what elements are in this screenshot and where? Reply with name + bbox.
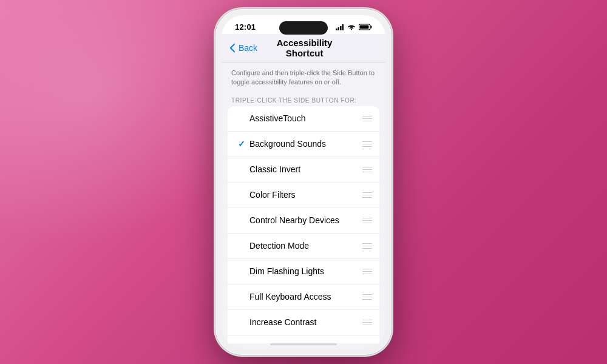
list-item[interactable]: AssistiveTouch: [228, 106, 379, 132]
drag-line: [362, 195, 372, 196]
list-item[interactable]: Increase Contrast: [228, 310, 379, 335]
drag-handle-7[interactable]: [362, 294, 372, 300]
drag-line: [362, 243, 372, 244]
drag-line: [362, 322, 372, 323]
drag-handle-0[interactable]: [362, 116, 372, 122]
svg-rect-2: [340, 26, 342, 30]
drag-line: [362, 121, 372, 122]
drag-handle-6[interactable]: [362, 269, 372, 275]
item-label-6: Dim Flashing Lights: [249, 266, 358, 276]
drag-line: [362, 325, 372, 326]
checkmark-icon: ✓: [238, 139, 245, 149]
drag-line: [362, 192, 372, 194]
drag-line: [362, 197, 372, 198]
drag-line: [362, 146, 372, 147]
svg-rect-6: [360, 25, 369, 29]
back-button[interactable]: Back: [228, 43, 257, 53]
drag-line: [362, 320, 372, 321]
drag-line: [362, 144, 372, 145]
back-chevron-icon: [228, 43, 237, 53]
nav-title: Accessibility Shortcut: [257, 38, 351, 58]
accessibility-list: AssistiveTouch✓Background SoundsClassic …: [228, 106, 379, 343]
status-time: 12:01: [235, 22, 256, 32]
drag-line: [362, 118, 372, 120]
dynamic-island: [279, 21, 328, 35]
drag-line: [362, 297, 372, 298]
drag-line: [362, 141, 372, 143]
item-label-4: Control Nearby Devices: [249, 215, 358, 225]
list-item[interactable]: Left/Right Balance: [228, 335, 379, 343]
item-label-5: Detection Mode: [249, 241, 358, 251]
item-label-8: Increase Contrast: [249, 317, 358, 327]
drag-line: [362, 169, 372, 170]
drag-line: [362, 271, 372, 272]
drag-line: [362, 220, 372, 221]
drag-line: [362, 167, 372, 168]
item-label-3: Color Filters: [249, 190, 358, 200]
svg-rect-3: [342, 24, 344, 30]
drag-line: [362, 299, 372, 300]
nav-bar: Back Accessibility Shortcut: [222, 34, 385, 62]
content-scroll[interactable]: Configure and then triple-click the Side…: [222, 62, 385, 343]
list-item[interactable]: ✓Background Sounds: [228, 132, 379, 157]
drag-line: [362, 246, 372, 247]
battery-icon: [359, 24, 372, 30]
list-item[interactable]: Control Nearby Devices: [228, 208, 379, 234]
signal-icon: [336, 24, 344, 30]
wifi-icon: [347, 24, 356, 30]
svg-rect-5: [371, 26, 372, 29]
svg-rect-1: [338, 27, 340, 30]
drag-line: [362, 223, 372, 224]
item-check-1: ✓: [236, 139, 247, 149]
drag-handle-3[interactable]: [362, 192, 372, 198]
phone-screen: 12:01: [222, 15, 385, 349]
drag-handle-5[interactable]: [362, 243, 372, 249]
drag-line: [362, 116, 372, 117]
list-item[interactable]: Full Keyboard Access: [228, 285, 379, 310]
item-label-1: Background Sounds: [249, 139, 358, 149]
list-item[interactable]: Classic Invert: [228, 157, 379, 183]
drag-line: [362, 294, 372, 295]
drag-line: [362, 248, 372, 249]
drag-line: [362, 274, 372, 275]
drag-line: [362, 218, 372, 219]
item-label-0: AssistiveTouch: [249, 113, 358, 123]
drag-handle-4[interactable]: [362, 218, 372, 224]
item-label-9: Left/Right Balance: [249, 343, 358, 343]
item-label-2: Classic Invert: [249, 164, 358, 174]
description-text: Configure and then triple-click the Side…: [222, 62, 385, 92]
back-label: Back: [239, 43, 257, 53]
list-item[interactable]: Color Filters: [228, 183, 379, 208]
drag-handle-2[interactable]: [362, 167, 372, 173]
drag-line: [362, 269, 372, 270]
drag-line: [362, 172, 372, 173]
scroll-indicator: [270, 343, 337, 345]
status-icons: [336, 24, 372, 30]
list-item[interactable]: Dim Flashing Lights: [228, 259, 379, 285]
svg-rect-0: [336, 29, 337, 30]
drag-handle-8[interactable]: [362, 320, 372, 326]
section-header: TRIPLE-CLICK THE SIDE BUTTON FOR:: [222, 92, 385, 106]
drag-handle-1[interactable]: [362, 141, 372, 147]
list-item[interactable]: Detection Mode: [228, 234, 379, 259]
item-label-7: Full Keyboard Access: [249, 292, 358, 302]
phone-shell: 12:01: [215, 9, 392, 355]
